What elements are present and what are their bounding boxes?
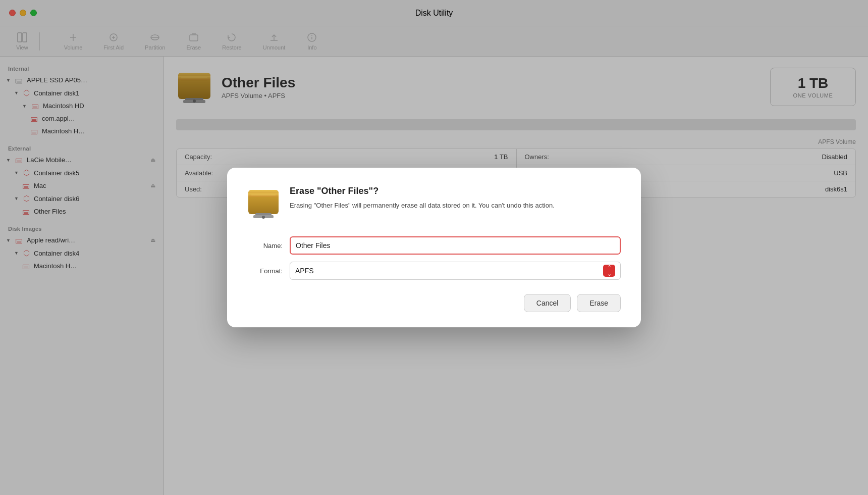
select-arrow-icon: ⌃⌄ bbox=[603, 265, 615, 277]
dialog-overlay: Erase "Other Files"? Erasing "Other File… bbox=[0, 0, 868, 495]
format-select[interactable]: APFS ⌃⌄ bbox=[290, 262, 621, 280]
dialog-drive-icon bbox=[247, 186, 280, 222]
name-label: Name: bbox=[247, 242, 283, 250]
dialog-message: Erasing "Other Files" will permanently e… bbox=[290, 201, 555, 211]
dialog-text: Erase "Other Files"? Erasing "Other File… bbox=[290, 186, 555, 211]
erase-dialog: Erase "Other Files"? Erasing "Other File… bbox=[227, 168, 641, 327]
format-label: Format: bbox=[247, 267, 283, 275]
cancel-button[interactable]: Cancel bbox=[524, 294, 571, 312]
dialog-form: Name: Format: APFS ⌃⌄ bbox=[247, 236, 621, 280]
format-value: APFS bbox=[295, 267, 314, 275]
dialog-header: Erase "Other Files"? Erasing "Other File… bbox=[247, 186, 621, 222]
name-row: Name: bbox=[247, 236, 621, 255]
name-input[interactable] bbox=[290, 236, 621, 255]
dialog-buttons: Cancel Erase bbox=[247, 294, 621, 312]
format-row: Format: APFS ⌃⌄ bbox=[247, 262, 621, 280]
svg-point-28 bbox=[262, 216, 265, 219]
dialog-title: Erase "Other Files"? bbox=[290, 186, 555, 196]
erase-button[interactable]: Erase bbox=[577, 294, 621, 312]
